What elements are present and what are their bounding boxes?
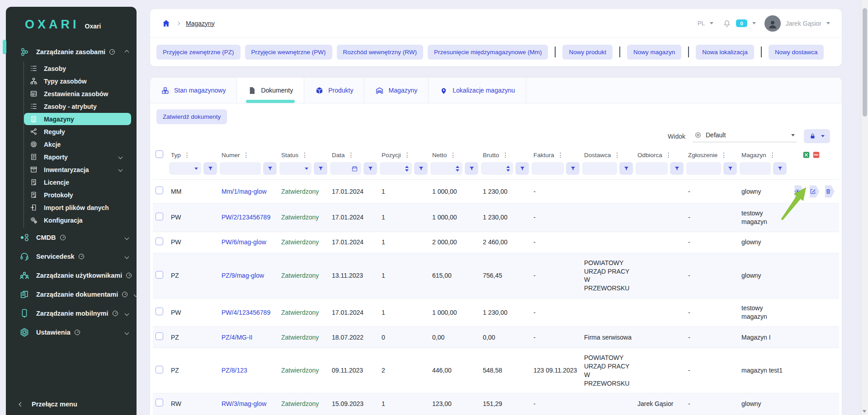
filter-input-zgłoszenie[interactable]: [686, 162, 721, 175]
row-checkbox[interactable]: [156, 332, 163, 340]
filter-button-faktura[interactable]: [566, 162, 580, 175]
column-header-magazyn[interactable]: Magazyn: [741, 152, 766, 159]
action-button-nowy-produkt[interactable]: Nowy produkt: [562, 45, 613, 60]
filter-input-magazyn[interactable]: [740, 162, 771, 175]
select-all-checkbox[interactable]: [156, 150, 163, 158]
row-checkbox[interactable]: [156, 366, 163, 373]
column-header-dostawca[interactable]: Dostawca: [584, 152, 611, 159]
chevron-down-icon[interactable]: [752, 22, 756, 24]
number-stepper[interactable]: [456, 166, 459, 172]
filter-button-pozycji[interactable]: [414, 162, 428, 175]
document-number-link[interactable]: PZ/4/MG-II: [222, 334, 252, 341]
column-menu-icon[interactable]: ⋮: [450, 152, 456, 158]
action-button-nowa-lokalizacja[interactable]: Nowa lokalizacja: [696, 45, 754, 60]
row-checkbox[interactable]: [156, 271, 163, 279]
preview-button[interactable]: [791, 185, 804, 198]
filter-button-typ[interactable]: [203, 162, 217, 175]
breadcrumb-link-magazyny[interactable]: Magazyny: [186, 20, 215, 27]
filter-button-magazyn[interactable]: [773, 162, 787, 175]
column-menu-icon[interactable]: ⋮: [502, 152, 509, 158]
chevron-down-icon[interactable]: [826, 22, 830, 24]
number-stepper[interactable]: [506, 166, 510, 172]
scrollbar-down-arrow-icon[interactable]: [863, 410, 866, 413]
filter-input-dostawca[interactable]: [582, 162, 617, 175]
column-menu-icon[interactable]: ⋮: [557, 152, 564, 158]
column-header-odbiorca[interactable]: Odbiorca: [637, 152, 662, 159]
filter-input-odbiorca[interactable]: [636, 162, 668, 175]
row-checkbox[interactable]: [156, 399, 163, 406]
language-selector[interactable]: PL: [698, 20, 705, 27]
sidebar-item-inwentaryzacja[interactable]: Inwentaryzacja: [24, 163, 131, 176]
sidebar-section-zarządzanie-zasobami[interactable]: Zarządzanie zasobami: [6, 42, 137, 61]
sidebar-item-raporty[interactable]: Raporty: [24, 151, 131, 163]
export-pdf-icon[interactable]: [812, 150, 820, 159]
document-number-link[interactable]: PZ/8/123: [222, 367, 247, 374]
filter-button-dostawca[interactable]: [619, 162, 633, 175]
document-number-link[interactable]: PZ/9/mag-glow: [222, 272, 264, 279]
column-menu-icon[interactable]: ⋮: [614, 152, 620, 158]
sidebar-item-reguły[interactable]: Reguły: [24, 126, 131, 138]
sidebar-item-zasoby[interactable]: Zasoby: [24, 62, 131, 75]
filter-button-netto[interactable]: [465, 162, 478, 175]
column-menu-icon[interactable]: ⋮: [243, 152, 250, 158]
document-number-link[interactable]: PW/6/mag-glow: [222, 238, 266, 246]
filter-input-status[interactable]: [279, 162, 311, 175]
action-button-przesunięcie-międzymagazynowe-mm[interactable]: Przesunięcie międzymagazynowe (Mm): [428, 45, 548, 60]
column-header-faktura[interactable]: Faktura: [533, 152, 554, 159]
menu-toggle-button[interactable]: Przełącz menu: [6, 394, 137, 415]
action-button-rozchód-wewnętrzny-rw[interactable]: Rozchód wewnętrzny (RW): [337, 45, 423, 60]
tab-lokalizacje-magazynu[interactable]: Lokalizacje magazynu: [429, 78, 526, 103]
number-stepper[interactable]: [405, 166, 409, 172]
column-header-pozycji[interactable]: Pozycji: [382, 152, 401, 159]
scrollbar-thumb[interactable]: [863, 8, 867, 117]
sidebar-item-magazyny[interactable]: Magazyny: [24, 113, 131, 125]
row-checkbox[interactable]: [156, 187, 163, 194]
column-header-data[interactable]: Data: [332, 152, 345, 159]
filter-button-status[interactable]: [314, 162, 327, 175]
filter-input-pozycji[interactable]: [380, 162, 412, 175]
filter-button-data[interactable]: [363, 162, 377, 175]
sidebar-item-import-plików-danych[interactable]: Import plików danych: [24, 201, 131, 214]
row-checkbox[interactable]: [156, 308, 163, 315]
document-number-link[interactable]: PW/2/123456789: [222, 214, 270, 221]
calendar-icon[interactable]: [351, 165, 358, 172]
column-menu-icon[interactable]: ⋮: [769, 152, 776, 158]
filter-button-odbiorca[interactable]: [670, 162, 684, 175]
lock-view-button[interactable]: [804, 129, 830, 143]
filter-input-faktura[interactable]: [532, 162, 564, 175]
notification-count-badge[interactable]: 0: [736, 19, 747, 27]
filter-input-brutto[interactable]: [481, 162, 513, 175]
home-icon[interactable]: [162, 19, 170, 28]
sidebar-section-cmdb[interactable]: CMDB: [6, 228, 137, 247]
sidebar-section-zarządzanie-dokumentami[interactable]: Zarządzanie dokumentami: [6, 285, 137, 304]
sidebar-item-zestawienia-zasobów[interactable]: Zestawienia zasobów: [24, 88, 131, 100]
document-number-link[interactable]: Mm/1/mag-glow: [222, 188, 267, 195]
sidebar-section-zarządzanie-mobilnymi[interactable]: Zarządzanie mobilnymi: [6, 304, 137, 323]
column-header-numer[interactable]: Numer: [222, 152, 240, 159]
sidebar-section-servicedesk[interactable]: Servicedesk: [6, 247, 137, 266]
tab-stan-magazynowy[interactable]: Stan magazynowy: [150, 78, 237, 103]
export-excel-icon[interactable]: [802, 150, 810, 159]
tab-produkty[interactable]: Produkty: [304, 78, 364, 103]
action-button-przyjęcie-zewnętrzne-pz[interactable]: Przyjęcie zewnętrzne (PZ): [156, 45, 241, 60]
document-number-link[interactable]: PW/4/123456789: [222, 309, 270, 316]
view-select-dropdown[interactable]: Default: [693, 130, 797, 142]
column-menu-icon[interactable]: ⋮: [184, 152, 190, 158]
delete-button[interactable]: [821, 185, 835, 198]
sidebar-section-ustawienia[interactable]: Ustawienia: [6, 323, 137, 342]
sidebar-item-typy-zasobów[interactable]: Typy zasobów: [24, 75, 131, 87]
sidebar-section-zarządzanie-użytkownikami[interactable]: Zarządzanie użytkownikami: [6, 266, 137, 285]
sidebar-item-licencje[interactable]: Licencje: [24, 176, 131, 188]
filter-input-data[interactable]: [330, 162, 361, 175]
filter-input-netto[interactable]: [430, 162, 462, 175]
column-menu-icon[interactable]: ⋮: [302, 152, 308, 158]
filter-button-numer[interactable]: [263, 162, 277, 175]
page-scrollbar[interactable]: [861, 0, 868, 415]
action-button-przyjęcie-wewnętrzne-pw[interactable]: Przyjęcie wewnętrzne (PW): [245, 45, 332, 60]
column-menu-icon[interactable]: ⋮: [721, 152, 727, 158]
filter-button-zgłoszenie[interactable]: [723, 162, 737, 175]
user-avatar[interactable]: [764, 15, 781, 32]
row-checkbox[interactable]: [156, 238, 163, 245]
column-menu-icon[interactable]: ⋮: [404, 152, 410, 158]
sidebar-item-protokoły[interactable]: Protokoły: [24, 189, 131, 201]
